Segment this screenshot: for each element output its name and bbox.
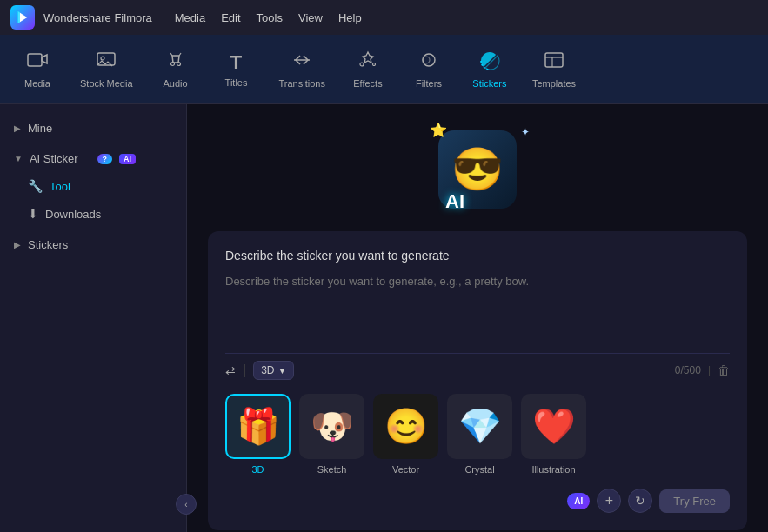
sticker-description-input[interactable] <box>225 273 730 342</box>
toolbar-item-transitions[interactable]: Transitions <box>267 43 337 96</box>
style-options: 🎁 3D 🐶 Sketch 😊 Vector <box>225 394 730 475</box>
svg-point-9 <box>360 63 364 66</box>
toolbar-item-stock-media[interactable]: Stock Media <box>68 43 145 96</box>
menu-bar: Media Edit Tools View Help <box>175 11 362 24</box>
toolbar-item-audio[interactable]: Audio <box>145 43 206 96</box>
toolbar-item-stickers[interactable]: Stickers <box>459 43 520 96</box>
transitions-icon <box>291 50 312 75</box>
effects-icon <box>357 50 378 75</box>
sticker-star1-icon: ⭐ <box>430 122 447 138</box>
ai-sticker-arrow-icon: ▼ <box>14 154 23 163</box>
style-option-3d[interactable]: 🎁 3D <box>225 394 291 475</box>
templates-label: Templates <box>532 78 576 89</box>
sticker-emoji-container: 😎 ⭐ ✦ AI <box>421 122 534 217</box>
menu-edit[interactable]: Edit <box>221 11 240 24</box>
svg-rect-1 <box>17 11 20 23</box>
menu-file[interactable]: Media <box>175 11 205 24</box>
toolbar-item-templates[interactable]: Templates <box>520 43 588 96</box>
app-logo <box>10 5 35 30</box>
sidebar-item-downloads-label: Downloads <box>45 208 101 221</box>
menu-view[interactable]: View <box>298 11 323 24</box>
filters-label: Filters <box>416 78 442 89</box>
svg-point-10 <box>372 63 375 65</box>
sidebar-item-tool[interactable]: 🔧 Tool <box>0 172 186 200</box>
menu-tools[interactable]: Tools <box>257 11 283 24</box>
style-option-sketch-emoji: 🐶 <box>311 406 354 447</box>
char-divider: | <box>708 364 711 376</box>
style-option-sketch-img: 🐶 <box>299 394 364 459</box>
main-layout: ▶ Mine ▼ AI Sticker ? AI 🔧 Tool ⬇ Downlo… <box>0 104 768 532</box>
titles-icon: T <box>230 51 242 74</box>
style-option-vector-img: 😊 <box>373 394 438 459</box>
svg-rect-13 <box>545 53 563 67</box>
ai-label-badge: AI <box>119 154 136 164</box>
svg-line-7 <box>170 53 172 56</box>
mine-arrow-icon: ▶ <box>14 123 21 133</box>
sticker-face-emoji: 😎 <box>451 145 504 194</box>
svg-line-8 <box>179 53 181 56</box>
app-name: Wondershare Filmora <box>43 11 152 24</box>
media-label: Media <box>24 78 50 89</box>
svg-point-11 <box>423 54 435 66</box>
form-divider <box>225 353 730 354</box>
sticker-preview: 😎 ⭐ ✦ AI <box>412 122 543 217</box>
char-count: 0/500 | 🗑 <box>675 363 730 377</box>
sidebar-item-ai-sticker[interactable]: ▼ AI Sticker ? AI <box>0 145 186 172</box>
separator: | <box>243 362 246 378</box>
sidebar-item-stickers[interactable]: ▶ Stickers <box>0 231 186 258</box>
add-icon: + <box>605 493 613 509</box>
content-area: 😎 ⭐ ✦ AI Describe the sticker you want t… <box>187 104 768 532</box>
form-controls: ⇄ | 3D ▼ 0/500 | 🗑 <box>225 361 730 380</box>
stock-media-label: Stock Media <box>80 78 133 89</box>
sidebar-item-tool-label: Tool <box>50 180 70 193</box>
sidebar-item-ai-sticker-label: AI Sticker <box>30 152 78 165</box>
bottom-controls: AI + ↻ Try Free <box>225 489 730 513</box>
style-option-illustration-emoji: ❤️ <box>532 406 576 447</box>
filters-icon <box>418 50 439 75</box>
form-title: Describe the sticker you want to generat… <box>225 249 730 263</box>
sidebar-collapse-button[interactable]: ‹ <box>176 494 197 515</box>
style-option-crystal-label: Crystal <box>464 464 494 475</box>
sidebar-item-mine[interactable]: ▶ Mine <box>0 115 186 142</box>
add-credits-button[interactable]: + <box>597 489 621 513</box>
style-option-vector[interactable]: 😊 Vector <box>373 394 438 475</box>
svg-point-6 <box>177 62 180 65</box>
toolbar-item-filters[interactable]: Filters <box>398 43 459 96</box>
style-option-illustration[interactable]: ❤️ Illustration <box>521 394 586 475</box>
sidebar-item-mine-label: Mine <box>28 122 52 135</box>
toolbar: Media Stock Media Audio T Titles <box>0 35 768 104</box>
toolbar-item-titles[interactable]: T Titles <box>206 44 267 95</box>
shuffle-icon[interactable]: ⇄ <box>225 363 236 377</box>
toolbar-item-effects[interactable]: Effects <box>337 43 398 96</box>
try-free-button[interactable]: Try Free <box>659 489 730 513</box>
media-icon <box>27 50 48 75</box>
sidebar-section-mine: ▶ Mine <box>0 113 186 143</box>
style-option-sketch-label: Sketch <box>317 464 347 475</box>
style-dropdown[interactable]: 3D ▼ <box>253 361 294 380</box>
menu-help[interactable]: Help <box>338 11 362 24</box>
toolbar-item-media[interactable]: Media <box>7 43 68 96</box>
style-option-vector-emoji: 😊 <box>384 406 428 447</box>
audio-label: Audio <box>163 78 187 89</box>
refresh-button[interactable]: ↻ <box>628 489 652 513</box>
style-dropdown-value: 3D <box>261 364 274 376</box>
audio-icon <box>166 50 185 75</box>
svg-rect-2 <box>28 54 42 66</box>
ai-question-badge: ? <box>97 154 113 164</box>
style-option-crystal-emoji: 💎 <box>458 406 502 447</box>
sidebar-item-downloads[interactable]: ⬇ Downloads <box>0 200 186 228</box>
collapse-icon: ‹ <box>184 500 187 509</box>
templates-icon <box>544 50 564 75</box>
char-count-value: 0/500 <box>675 364 701 376</box>
form-controls-left: ⇄ | 3D ▼ <box>225 361 294 380</box>
style-option-sketch[interactable]: 🐶 Sketch <box>299 394 364 475</box>
style-option-crystal[interactable]: 💎 Crystal <box>447 394 512 475</box>
style-option-illustration-img: ❤️ <box>521 394 586 459</box>
trash-icon[interactable]: 🗑 <box>718 363 730 377</box>
style-option-vector-label: Vector <box>392 464 419 475</box>
svg-point-4 <box>101 57 104 60</box>
titles-label: Titles <box>225 77 248 88</box>
sticker-star2-icon: ✦ <box>521 126 530 138</box>
style-option-illustration-label: Illustration <box>531 464 575 475</box>
style-option-3d-img: 🎁 <box>225 394 291 459</box>
